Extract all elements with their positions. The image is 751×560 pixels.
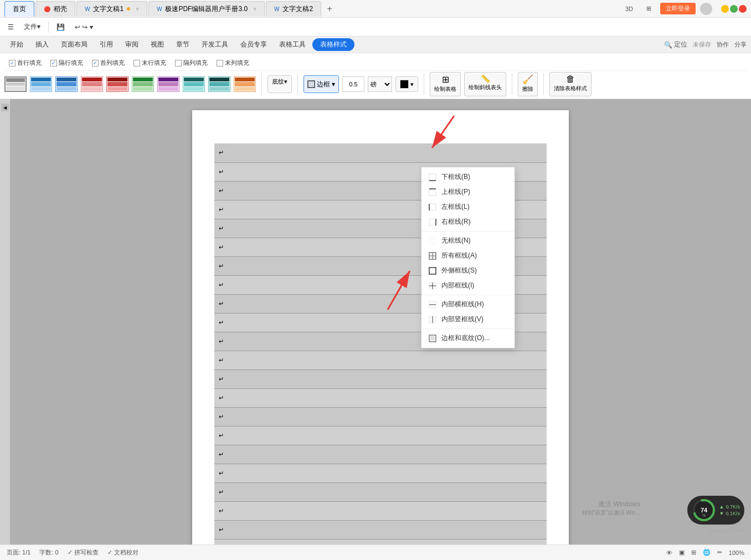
tab-pdf[interactable]: W 极速PDF编辑器用户手册3.0 × bbox=[148, 1, 265, 17]
toolbar-tab-layout[interactable]: 页面布局 bbox=[55, 38, 93, 51]
table-row[interactable]: ↵ bbox=[214, 501, 547, 520]
document-container[interactable]: ↵ ↵ ↵ ↵ ↵ ↵ ↵ ↵ ↵ ↵ ↵ ↵ ↵ ↵ ↵ bbox=[10, 99, 751, 544]
toolbar-tab-table-tools[interactable]: 表格工具 bbox=[274, 38, 311, 51]
collaborate-btn[interactable]: 协作 bbox=[717, 40, 729, 49]
tab-home[interactable]: 首页 bbox=[4, 1, 34, 17]
cb-last-row[interactable]: 末行填充 bbox=[133, 59, 166, 67]
share-btn[interactable]: 分享 bbox=[734, 40, 747, 49]
border-top-option[interactable]: 上框线(P) bbox=[421, 184, 515, 199]
menu-file[interactable]: 文件▾ bbox=[19, 20, 45, 34]
svg-rect-0 bbox=[308, 81, 315, 88]
svg-rect-13 bbox=[430, 238, 435, 244]
border-unit-select[interactable]: 磅 厘米 bbox=[368, 76, 392, 92]
toolbar-tab-table-style[interactable]: 表格样式 bbox=[312, 38, 354, 51]
table-row[interactable]: ↵ bbox=[214, 520, 547, 539]
tab-doc2[interactable]: W 文字文稿2 bbox=[266, 1, 321, 17]
cb-first-row[interactable]: 首行填充 bbox=[9, 59, 42, 67]
table-row[interactable]: ↵ bbox=[214, 464, 547, 482]
cb-alt-col[interactable]: 隔列填充 bbox=[175, 59, 208, 67]
table-style-plain[interactable] bbox=[4, 76, 27, 92]
menu-bar: ☰ 文件▾ 💾 ↩ ↪ ▾ bbox=[0, 18, 751, 37]
sidebar-toggle[interactable]: ◀ bbox=[1, 104, 9, 111]
toolbar-tab-insert[interactable]: 插入 bbox=[30, 38, 54, 51]
table-row[interactable]: ↵ bbox=[214, 388, 547, 407]
cb-alt-row[interactable]: 隔行填充 bbox=[50, 59, 83, 67]
table-style-blue[interactable] bbox=[30, 76, 52, 92]
draw-line-header-btn[interactable]: 📏 绘制斜线表头 bbox=[464, 72, 506, 96]
toolbar-tab-view[interactable]: 视图 bbox=[145, 38, 169, 51]
border-btn[interactable]: 边框 ▾ bbox=[304, 75, 339, 93]
table-style-green[interactable] bbox=[132, 76, 154, 92]
tab-draft[interactable]: 🔴 稻壳 bbox=[35, 1, 75, 17]
border-outer-option[interactable]: 外侧框线(S) bbox=[421, 263, 515, 278]
toolbar-tab-reference[interactable]: 引用 bbox=[94, 38, 119, 51]
tab-doc1[interactable]: W 文字文稿1 × bbox=[76, 1, 147, 17]
table-row[interactable]: ↵ bbox=[214, 143, 547, 162]
title-grid-btn[interactable]: ⊞ bbox=[642, 3, 656, 14]
border-bottom-option[interactable]: 下框线(B) bbox=[421, 169, 515, 184]
menu-hamburger[interactable]: ☰ bbox=[3, 21, 18, 33]
border-inner-v-option[interactable]: 内部竖框线(V) bbox=[421, 312, 515, 327]
minimize-button[interactable] bbox=[721, 5, 729, 13]
border-none-option[interactable]: 无框线(N) bbox=[421, 233, 515, 248]
border-right-option[interactable]: 右框线(R) bbox=[421, 214, 515, 229]
tab-home-label: 首页 bbox=[13, 4, 26, 14]
clear-style-btn[interactable]: 🗑 清除表格样式 bbox=[549, 72, 591, 96]
border-inner-option[interactable]: 内部框线(I) bbox=[421, 278, 515, 293]
table-row[interactable]: ↵ bbox=[214, 482, 547, 501]
cb-last-col[interactable]: 末列填充 bbox=[217, 59, 249, 67]
title-3d-btn[interactable]: 3D bbox=[621, 4, 637, 14]
table-style-blue2[interactable] bbox=[55, 76, 78, 92]
table-style-teal[interactable] bbox=[183, 76, 205, 92]
border-left-option[interactable]: 左框线(L) bbox=[421, 199, 515, 214]
svg-rect-9 bbox=[429, 204, 436, 210]
toolbar-tab-chapter[interactable]: 章节 bbox=[171, 38, 195, 51]
tab-pdf-close[interactable]: × bbox=[253, 6, 256, 12]
svg-rect-7 bbox=[429, 189, 436, 196]
tab-doc1-close[interactable]: × bbox=[136, 6, 139, 12]
view-web-btn[interactable]: 🌐 bbox=[703, 549, 711, 556]
toolbar-tab-dev[interactable]: 开发工具 bbox=[196, 38, 234, 51]
table-style-purple[interactable] bbox=[157, 76, 179, 92]
close-button[interactable] bbox=[739, 5, 747, 13]
svg-rect-26 bbox=[430, 336, 435, 341]
border-right-icon bbox=[428, 218, 437, 227]
annotate-btn[interactable]: ✏ bbox=[717, 549, 722, 556]
spell-check[interactable]: ✓拼写检查 bbox=[68, 548, 99, 557]
border-all-option[interactable]: 所有框线(A) bbox=[421, 248, 515, 263]
view-multi-btn[interactable]: ⊞ bbox=[691, 549, 696, 556]
border-shading-option[interactable]: 边框和底纹(O)... bbox=[421, 331, 515, 346]
draw-table-btn[interactable]: ⊞ 绘制表格 bbox=[430, 72, 461, 96]
svg-rect-17 bbox=[429, 268, 436, 274]
erase-btn[interactable]: 🧹 擦除 bbox=[518, 72, 538, 96]
table-row[interactable]: ↵ bbox=[214, 426, 547, 445]
login-button[interactable]: 立即登录 bbox=[660, 3, 696, 14]
table-style-red2[interactable] bbox=[106, 76, 128, 92]
border-color-btn[interactable]: ▾ bbox=[395, 76, 418, 92]
toolbar-tab-start[interactable]: 开始 bbox=[4, 38, 29, 51]
maximize-button[interactable] bbox=[730, 5, 738, 13]
table-row[interactable]: ↵ bbox=[214, 369, 547, 388]
network-widget: 74 % ▲0.7K/s ▼0.1K/s bbox=[687, 496, 744, 525]
shade-btn[interactable]: 底纹▾ bbox=[268, 75, 292, 93]
toolbar-search[interactable]: 🔍定位 bbox=[664, 40, 687, 49]
new-tab-button[interactable]: + bbox=[322, 2, 337, 16]
avatar[interactable] bbox=[700, 3, 712, 15]
toolbar-save[interactable]: 💾 bbox=[52, 21, 69, 33]
view-single-btn[interactable]: ▣ bbox=[679, 549, 685, 556]
table-style-teal2[interactable] bbox=[208, 76, 230, 92]
table-row[interactable]: ↵ bbox=[214, 407, 547, 426]
toolbar-undo-group[interactable]: ↩ ↪ ▾ bbox=[70, 21, 97, 33]
border-width-input[interactable] bbox=[342, 76, 364, 92]
table-row[interactable]: ↵ bbox=[214, 539, 547, 544]
cb-first-col[interactable]: 首列填充 bbox=[92, 59, 125, 67]
view-eye-btn[interactable]: 👁 bbox=[666, 549, 672, 556]
border-inner-h-option[interactable]: 内部横框线(H) bbox=[421, 297, 515, 312]
toolbar-tab-review[interactable]: 审阅 bbox=[120, 38, 144, 51]
table-style-red[interactable] bbox=[81, 76, 103, 92]
table-style-orange[interactable] bbox=[234, 76, 256, 92]
toolbar-tab-member[interactable]: 会员专享 bbox=[235, 38, 272, 51]
table-row[interactable]: ↵ bbox=[214, 445, 547, 464]
table-row[interactable]: ↵ bbox=[214, 351, 547, 369]
doc-review[interactable]: ✓文档校对 bbox=[107, 548, 138, 557]
